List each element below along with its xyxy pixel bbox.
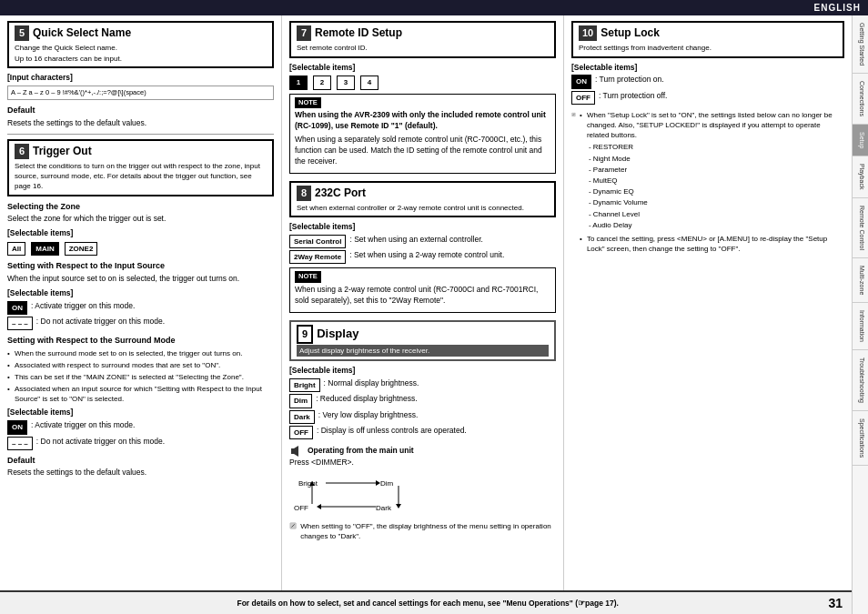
right-tabs: Getting Started Connections Setup Playba… bbox=[852, 15, 868, 614]
section-8-number: 8 bbox=[297, 186, 311, 201]
surround-bullets: When the surround mode set to on is sele… bbox=[7, 348, 274, 405]
section-7-header: 7 Remote ID Setup Set remote control ID. bbox=[289, 21, 556, 58]
operating-note-row: When setting to "OFF", the display brigh… bbox=[289, 521, 556, 544]
dimmer-diagram: Bright Dim OFF Dark bbox=[289, 472, 556, 518]
dark-badge: Dark bbox=[289, 410, 315, 424]
top-bar: ENGLISH bbox=[0, 0, 868, 15]
section-8-header: 8 232C Port Set when external controller… bbox=[289, 181, 556, 218]
lock-indent-list: RESTORER Night Mode Parameter MultEQ Dyn… bbox=[580, 142, 844, 230]
remote-row: 2Way Remote : Set when using a 2-way rem… bbox=[289, 250, 556, 264]
bright-row: Bright : Normal display brightness. bbox=[289, 378, 556, 392]
dash-row-1: – – – : Do not activate trigger on this … bbox=[7, 317, 274, 330]
indent-restorer: RESTORER bbox=[589, 142, 844, 152]
dash-desc-1: : Do not activate trigger on this mode. bbox=[36, 317, 165, 327]
section-5-number: 5 bbox=[15, 25, 29, 41]
tab-getting-started[interactable]: Getting Started bbox=[853, 15, 868, 74]
section9-selectable-label: [Selectable items] bbox=[289, 366, 556, 377]
lock-on-desc: : Turn protection on. bbox=[595, 75, 664, 86]
section10-selectable-label: [Selectable items] bbox=[571, 63, 844, 74]
section6-default-desc: Resets the settings to the default value… bbox=[7, 468, 274, 478]
lock-off-desc: : Turn protection off. bbox=[599, 91, 667, 102]
tab-remote-control[interactable]: Remote Control bbox=[853, 198, 868, 258]
footer-main-text: For details on how to select, set and ca… bbox=[237, 599, 618, 608]
svg-text:OFF: OFF bbox=[294, 504, 308, 512]
footer-text: For details on how to select, set and ca… bbox=[27, 599, 828, 608]
section8-selectable-label: [Selectable items] bbox=[289, 222, 556, 233]
dim-badge: Dim bbox=[289, 394, 312, 408]
tab-information[interactable]: Information bbox=[853, 303, 868, 350]
section8-note-text: When using a 2-way remote control unit (… bbox=[295, 285, 550, 307]
bright-badge: Bright bbox=[289, 378, 320, 392]
operating-note: When setting to "OFF", the display brigh… bbox=[300, 521, 556, 541]
lock-bullet-cancel: To cancel the setting, press <MENU> or [… bbox=[580, 234, 844, 254]
remote-desc: : Set when using a 2-way remote control … bbox=[349, 250, 504, 261]
section-7-desc: Set remote control ID. bbox=[297, 43, 549, 53]
setting-input-desc: When the input source set to on is selec… bbox=[7, 274, 274, 285]
lock-on-row: ON : Turn protection on. bbox=[571, 75, 844, 88]
svg-marker-1 bbox=[294, 446, 298, 457]
remote-badge: 2Way Remote bbox=[289, 250, 346, 264]
on-row-2: ON : Activate trigger on this mode. bbox=[7, 420, 274, 434]
lock-off-row: OFF : Turn protection off. bbox=[571, 91, 844, 105]
surround-bullet-1: When the surround mode set to on is sele… bbox=[7, 348, 274, 358]
section-7-title: 7 Remote ID Setup bbox=[297, 25, 549, 41]
section-5-header: 5 Quick Select Name Change the Quick Sel… bbox=[7, 21, 274, 68]
columns: 5 Quick Select Name Change the Quick Sel… bbox=[0, 15, 852, 590]
section7-note-text1: When using the AVR-2309 with only the in… bbox=[295, 110, 550, 132]
section-9-desc: Adjust display brightness of the receive… bbox=[297, 345, 549, 357]
lock-off-badge: OFF bbox=[571, 91, 595, 105]
id-items-row: 1 2 3 4 bbox=[289, 75, 556, 89]
on-row-1: ON : Activate trigger on this mode. bbox=[7, 301, 274, 315]
column-1: 5 Quick Select Name Change the Quick Sel… bbox=[0, 15, 282, 590]
id-3: 3 bbox=[337, 75, 355, 89]
column-3: 10 Setup Lock Protect settings from inad… bbox=[564, 15, 852, 590]
serial-desc: : Set when using an external controller. bbox=[349, 235, 482, 246]
section-9-header: 9 Display Adjust display brightness of t… bbox=[289, 320, 556, 362]
section-5-desc1: Change the Quick Select name. Up to 16 c… bbox=[15, 43, 267, 63]
off-row: OFF : Display is off unless controls are… bbox=[289, 426, 556, 439]
section-9-title-text: Display bbox=[317, 326, 358, 342]
dash-row-2: – – – : Do not activate trigger on this … bbox=[7, 437, 274, 450]
tab-setup[interactable]: Setup bbox=[853, 125, 868, 156]
pencil-icon-2 bbox=[571, 110, 576, 119]
section-6-desc: Select the conditions to turn on the tri… bbox=[15, 161, 267, 192]
section-10-title: 10 Setup Lock bbox=[579, 25, 837, 41]
section-6-title-text: Trigger Out bbox=[33, 144, 92, 159]
off-desc: : Display is off unless controls are ope… bbox=[317, 426, 467, 437]
id-2: 2 bbox=[313, 75, 331, 89]
footer: For details on how to select, set and ca… bbox=[0, 590, 852, 614]
input-chars: A – Z a – z 0 – 9 !#%&'()*+,-./:;=?@[\](… bbox=[7, 86, 274, 101]
column-2: 7 Remote ID Setup Set remote control ID.… bbox=[282, 15, 564, 590]
section7-note-title: NOTE bbox=[295, 97, 321, 109]
section-9-number: 9 bbox=[297, 325, 313, 344]
surround-bullet-4: Associated when an input source for whic… bbox=[7, 384, 274, 404]
section7-selectable-label: [Selectable items] bbox=[289, 63, 556, 74]
zone-main: MAIN bbox=[31, 242, 58, 256]
tab-playback[interactable]: Playback bbox=[853, 156, 868, 197]
section-7-number: 7 bbox=[297, 25, 311, 41]
svg-text:Bright: Bright bbox=[298, 479, 318, 488]
on-desc-2: : Activate trigger on this mode. bbox=[31, 420, 135, 431]
tab-specifications[interactable]: Specifications bbox=[853, 411, 868, 466]
zone-items-row: All MAIN ZONE2 bbox=[7, 242, 274, 256]
zone-zone2: ZONE2 bbox=[65, 242, 98, 256]
dark-row: Dark : Very low display brightness. bbox=[289, 410, 556, 424]
section-8-title: 8 232C Port bbox=[297, 186, 549, 201]
content-area: 5 Quick Select Name Change the Quick Sel… bbox=[0, 15, 852, 614]
dark-desc: : Very low display brightness. bbox=[318, 410, 419, 421]
dash-desc-2: : Do not activate trigger on this mode. bbox=[36, 437, 165, 448]
indent-parameter: Parameter bbox=[589, 165, 844, 175]
id-1: 1 bbox=[289, 75, 308, 89]
tab-multi-zone[interactable]: Multi-zone bbox=[853, 258, 868, 303]
selectable-items-label-3: [Selectable items] bbox=[7, 408, 274, 418]
indent-nightmode: Night Mode bbox=[589, 154, 844, 164]
section-8-desc: Set when external controller or 2-way re… bbox=[297, 203, 549, 213]
tab-connections[interactable]: Connections bbox=[853, 74, 868, 125]
dash-badge-2: – – – bbox=[7, 437, 33, 450]
tab-troubleshooting[interactable]: Troubleshooting bbox=[853, 350, 868, 411]
selectable-items-label-1: [Selectable items] bbox=[7, 228, 274, 239]
operating-title: Operating from the main unit bbox=[308, 446, 414, 457]
section-6-header: 6 Trigger Out Select the conditions to t… bbox=[7, 139, 274, 196]
surround-bullet-3: This can be set if the "MAIN ZONE" is se… bbox=[7, 372, 274, 382]
section8-note-title: NOTE bbox=[295, 271, 321, 283]
